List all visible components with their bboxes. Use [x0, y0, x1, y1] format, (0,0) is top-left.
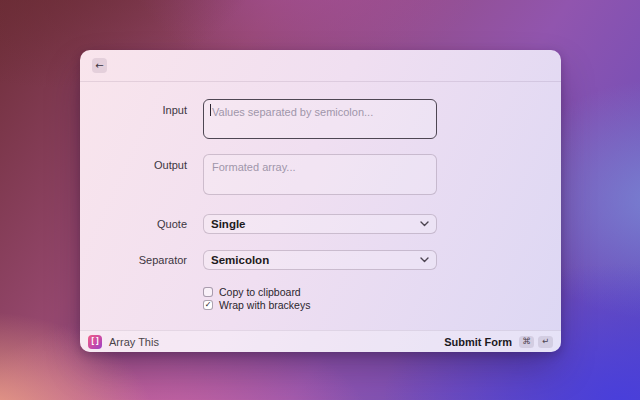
chevron-down-icon: [420, 221, 429, 227]
array-this-app-icon: []: [88, 335, 102, 349]
text-caret: [210, 104, 211, 116]
separator-row: Separator Semicolon: [80, 250, 561, 270]
checkbox-label: Wrap with brackeys: [219, 299, 310, 311]
input-row: Input: [80, 99, 561, 139]
output-label: Output: [80, 154, 187, 197]
checkbox-checked-icon: ✓: [203, 300, 213, 310]
action-bar: [] Array This Submit Form ⌘ ↵: [80, 330, 561, 352]
return-key-icon: ↵: [538, 336, 553, 348]
window-header: ←: [80, 50, 561, 82]
app-window: ← Input Output Quote Single: [80, 50, 561, 352]
chevron-down-icon: [420, 257, 429, 263]
check-icon: ✓: [205, 301, 212, 309]
separator-label: Separator: [80, 254, 187, 266]
output-textarea[interactable]: [203, 154, 437, 195]
brackets-icon: []: [90, 338, 100, 346]
arrow-left-icon: ←: [95, 61, 103, 71]
input-field-wrap: [203, 99, 437, 139]
checkbox-unchecked-icon: [203, 287, 213, 297]
quote-row: Quote Single: [80, 214, 561, 234]
form-content: Input Output Quote Single Separator: [80, 82, 561, 311]
checkbox-group: Copy to clipboard ✓ Wrap with brackeys: [203, 286, 561, 311]
checkbox-label: Copy to clipboard: [219, 286, 301, 298]
wrap-with-brackets-checkbox[interactable]: ✓ Wrap with brackeys: [203, 299, 561, 311]
quote-label: Quote: [80, 218, 187, 230]
separator-select[interactable]: Semicolon: [203, 250, 437, 270]
submit-form-button[interactable]: Submit Form ⌘ ↵: [444, 336, 553, 348]
input-label: Input: [80, 99, 187, 139]
back-button[interactable]: ←: [92, 58, 107, 73]
command-key-icon: ⌘: [519, 336, 534, 348]
output-field-wrap: [203, 154, 437, 197]
separator-select-value: Semicolon: [211, 254, 269, 266]
input-textarea[interactable]: [203, 99, 437, 139]
app-name: Array This: [109, 336, 159, 348]
quote-select-value: Single: [211, 218, 246, 230]
submit-form-label: Submit Form: [444, 336, 512, 348]
output-row: Output: [80, 154, 561, 197]
quote-select[interactable]: Single: [203, 214, 437, 234]
copy-to-clipboard-checkbox[interactable]: Copy to clipboard: [203, 286, 561, 298]
